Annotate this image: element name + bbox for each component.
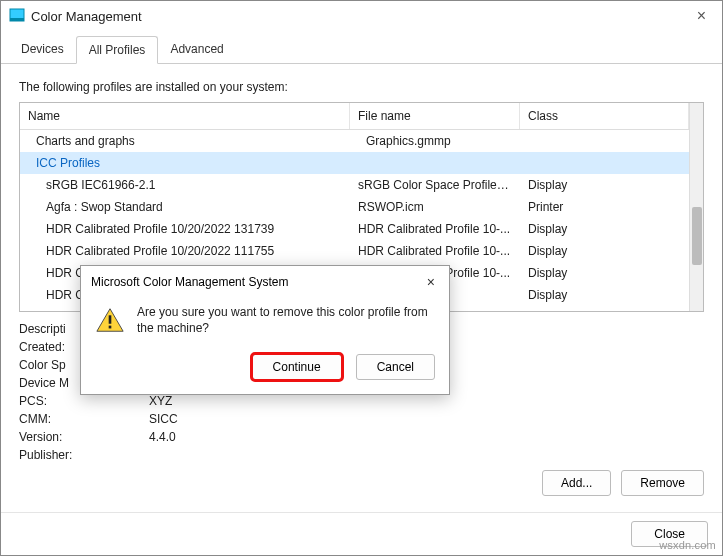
tab-all-profiles[interactable]: All Profiles bbox=[76, 36, 159, 64]
scrollbar-thumb[interactable] bbox=[692, 207, 702, 265]
label-version: Version: bbox=[19, 430, 149, 444]
scrollbar[interactable] bbox=[689, 103, 703, 311]
value-pcs: XYZ bbox=[149, 394, 172, 408]
cell-file: sRGB Color Space Profile.ic... bbox=[350, 176, 520, 194]
footer: Close wsxdn.com bbox=[1, 512, 722, 555]
svg-rect-1 bbox=[10, 18, 24, 21]
cell-file: Graphics.gmmp bbox=[350, 132, 520, 150]
col-class[interactable]: Class bbox=[520, 103, 689, 129]
tab-advanced[interactable]: Advanced bbox=[158, 36, 235, 64]
dialog-message: Are you sure you want to remove this col… bbox=[137, 304, 435, 336]
cell-class bbox=[520, 154, 689, 172]
dialog-close-button[interactable]: × bbox=[423, 274, 439, 290]
label-cmm: CMM: bbox=[19, 412, 149, 426]
cell-name: HDR Calibrated Profile 10/20/2022 131739 bbox=[20, 220, 350, 238]
app-icon bbox=[9, 8, 25, 24]
table-row[interactable]: HDR Calibrated Profile 10/20/2022 131739… bbox=[20, 218, 689, 240]
table-row[interactable]: sRGB IEC61966-2.1sRGB Color Space Profil… bbox=[20, 174, 689, 196]
label-pcs: PCS: bbox=[19, 394, 149, 408]
cell-name: Charts and graphs bbox=[20, 132, 350, 150]
warning-icon bbox=[95, 306, 125, 334]
cell-name: ICC Profiles bbox=[20, 154, 350, 172]
cell-file: RSWOP.icm bbox=[350, 198, 520, 216]
svg-rect-3 bbox=[109, 315, 112, 323]
table-row[interactable]: HDR Calibrated Profile 10/20/2022 111755… bbox=[20, 240, 689, 262]
profile-action-buttons: Add... Remove bbox=[19, 464, 704, 498]
value-cmm: SICC bbox=[149, 412, 178, 426]
cell-class: Display bbox=[520, 264, 689, 282]
cell-name: HDR Calibrated Profile 10/20/2022 111755 bbox=[20, 242, 350, 260]
confirm-remove-dialog: Microsoft Color Management System × Are … bbox=[80, 265, 450, 395]
cell-class bbox=[520, 132, 689, 150]
dialog-title: Microsoft Color Management System bbox=[91, 275, 288, 289]
table-group-row[interactable]: ICC Profiles bbox=[20, 152, 689, 174]
window-title: Color Management bbox=[31, 9, 142, 24]
cell-class: Display bbox=[520, 220, 689, 238]
add-button[interactable]: Add... bbox=[542, 470, 611, 496]
titlebar: Color Management × bbox=[1, 1, 722, 31]
dialog-buttons: Continue Cancel bbox=[81, 348, 449, 394]
dialog-titlebar: Microsoft Color Management System × bbox=[81, 266, 449, 298]
col-file[interactable]: File name bbox=[350, 103, 520, 129]
cell-name: sRGB IEC61966-2.1 bbox=[20, 176, 350, 194]
cancel-button[interactable]: Cancel bbox=[356, 354, 435, 380]
cell-file: HDR Calibrated Profile 10-... bbox=[350, 242, 520, 260]
intro-text: The following profiles are installed on … bbox=[19, 80, 704, 94]
cell-class: Display bbox=[520, 286, 689, 304]
cell-class: Display bbox=[520, 308, 689, 311]
tab-devices[interactable]: Devices bbox=[9, 36, 76, 64]
cell-class: Printer bbox=[520, 198, 689, 216]
table-header: Name File name Class bbox=[20, 103, 689, 130]
cell-file: HDR Calibrated Profile 10-... bbox=[350, 220, 520, 238]
label-publisher: Publisher: bbox=[19, 448, 149, 462]
cell-file bbox=[350, 154, 520, 172]
continue-button[interactable]: Continue bbox=[252, 354, 342, 380]
svg-rect-4 bbox=[109, 326, 112, 329]
watermark: wsxdn.com bbox=[659, 539, 716, 551]
cell-name: Agfa : Swop Standard bbox=[20, 198, 350, 216]
window-close-button[interactable]: × bbox=[689, 7, 714, 25]
cell-class: Display bbox=[520, 242, 689, 260]
table-group-row[interactable]: Charts and graphsGraphics.gmmp bbox=[20, 130, 689, 152]
cell-class: Display bbox=[520, 176, 689, 194]
remove-button[interactable]: Remove bbox=[621, 470, 704, 496]
col-name[interactable]: Name bbox=[20, 103, 350, 129]
value-version: 4.4.0 bbox=[149, 430, 176, 444]
table-row[interactable]: Agfa : Swop StandardRSWOP.icmPrinter bbox=[20, 196, 689, 218]
tab-bar: Devices All Profiles Advanced bbox=[1, 35, 722, 64]
